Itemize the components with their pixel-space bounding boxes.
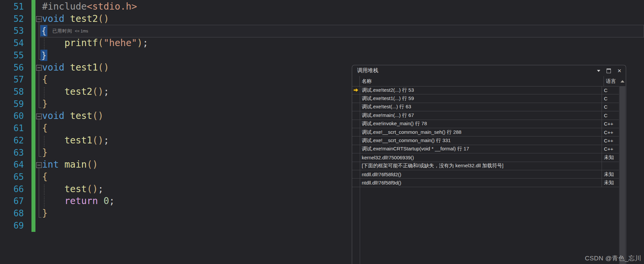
fold-guide-end-tick	[39, 59, 41, 60]
fold-toggle-icon[interactable]	[36, 114, 42, 119]
frame-language: C++	[602, 128, 619, 136]
callstack-panel-title: 调用堆栈	[357, 67, 597, 74]
frame-indicator-cell	[352, 103, 360, 111]
fold-guide-end-tick	[39, 217, 41, 218]
frame-language: 未知	[602, 170, 619, 178]
frame-name[interactable]: 调试.exe!__scrt_common_main_seh() 行 288	[360, 128, 602, 136]
frame-name[interactable]: 调试.exe!main(...) 行 67	[360, 111, 602, 119]
frame-indicator-cell	[352, 179, 360, 186]
frame-indicator-cell	[352, 162, 360, 170]
frame-indicator-cell	[352, 145, 360, 153]
callstack-column-headers: 名称 语言	[352, 76, 626, 86]
current-frame-arrow-icon	[353, 88, 359, 92]
frame-name[interactable]: kernel32.dll!75006939()	[360, 153, 602, 161]
callstack-rows: 调试.exe!test2(...) 行 53C调试.exe!test1(...)…	[352, 86, 619, 264]
column-header-name[interactable]: 名称	[360, 76, 604, 86]
callstack-row-7[interactable]: 调试.exe!__scrt_common_main() 行 331C++	[352, 136, 619, 145]
callstack-titlebar[interactable]: 调用堆栈 ✕	[352, 65, 626, 76]
callstack-row-2[interactable]: 调试.exe!test1(...) 行 59C	[352, 94, 619, 103]
fold-guide-end-tick	[39, 108, 41, 108]
close-icon[interactable]: ✕	[617, 68, 621, 73]
float-window-icon[interactable]	[607, 69, 611, 73]
frame-indicator-cell	[352, 86, 360, 94]
frame-indicator-cell	[352, 153, 360, 161]
fold-toggle-icon[interactable]	[36, 65, 42, 71]
frame-language	[602, 162, 619, 170]
watermark: CSDN @青色_忘川	[585, 254, 641, 263]
fold-guide-line	[39, 71, 39, 108]
frame-language: 未知	[602, 179, 619, 186]
frame-language: C	[602, 111, 619, 119]
scrollbar-thumb[interactable]	[619, 86, 625, 264]
scroll-up-icon[interactable]	[620, 80, 624, 82]
callstack-row-4[interactable]: 调试.exe!main(...) 行 67C	[352, 111, 619, 120]
frame-name[interactable]: ntdll.dll!76f58f9d()	[360, 179, 602, 186]
callstack-panel: 调用堆栈 ✕ 名称 语言 调试.exe!test2(...) 行 53C调试.e…	[352, 65, 626, 264]
frame-indicator-cell	[352, 120, 360, 128]
frame-name[interactable]: ntdll.dll!76f58fd2()	[360, 170, 602, 178]
fold-guide-line	[39, 119, 39, 156]
callstack-row-1[interactable]: 调试.exe!test2(...) 行 53C	[352, 86, 619, 94]
frame-language: C	[602, 94, 619, 102]
frame-name[interactable]: 调试.exe!mainCRTStartup(void * __formal) 行…	[360, 145, 602, 153]
vs-debugger-screen: { "meta": { "watermark": "CSDN @青色_忘川" }…	[0, 0, 644, 264]
callstack-scrollbar[interactable]	[619, 86, 626, 264]
fold-guide-end-tick	[39, 156, 41, 157]
frame-indicator-cell	[352, 111, 360, 119]
frame-name[interactable]: [下面的框架可能不正确和/或缺失，没有为 kernel32.dll 加载符号]	[360, 162, 602, 170]
callstack-row-10[interactable]: [下面的框架可能不正确和/或缺失，没有为 kernel32.dll 加载符号]	[352, 162, 619, 170]
frame-indicator-cell	[352, 94, 360, 102]
callstack-row-9[interactable]: kernel32.dll!75006939()未知	[352, 153, 619, 162]
frame-language: C	[602, 86, 619, 94]
chevron-down-icon[interactable]	[597, 70, 600, 72]
callstack-row-5[interactable]: 调试.exe!invoke_main() 行 78C++	[352, 120, 619, 128]
frame-name[interactable]: 调试.exe!invoke_main() 行 78	[360, 120, 602, 128]
frame-indicator-gutter-header	[352, 76, 360, 86]
frame-name[interactable]: 调试.exe!__scrt_common_main() 行 331	[360, 136, 602, 144]
scrollbar-header-cell[interactable]	[619, 76, 626, 86]
callstack-row-11[interactable]: ntdll.dll!76f58fd2()未知	[352, 170, 619, 179]
callstack-row-6[interactable]: 调试.exe!__scrt_common_main_seh() 行 288C++	[352, 128, 619, 136]
callstack-row-12[interactable]: ntdll.dll!76f58f9d()未知	[352, 179, 619, 187]
fold-toggle-icon[interactable]	[36, 16, 42, 22]
fold-guide-line	[39, 22, 39, 59]
frame-language: C++	[602, 145, 619, 153]
frame-language: 未知	[602, 153, 619, 161]
frame-indicator-cell	[352, 128, 360, 136]
frame-name[interactable]: 调试.exe!test(...) 行 63	[360, 103, 602, 111]
frame-language: C	[602, 103, 619, 111]
frame-language: C++	[602, 136, 619, 144]
callstack-row-8[interactable]: 调试.exe!mainCRTStartup(void * __formal) 行…	[352, 145, 619, 153]
fold-toggle-icon[interactable]	[36, 162, 42, 168]
callstack-row-3[interactable]: 调试.exe!test(...) 行 63C	[352, 103, 619, 111]
frame-indicator-cell	[352, 170, 360, 178]
frame-language: C++	[602, 120, 619, 128]
column-header-language[interactable]: 语言	[604, 76, 619, 86]
fold-guide-line	[39, 168, 39, 217]
frame-name[interactable]: 调试.exe!test1(...) 行 59	[360, 94, 602, 102]
frame-name[interactable]: 调试.exe!test2(...) 行 53	[360, 86, 602, 94]
frame-indicator-cell	[352, 136, 360, 144]
